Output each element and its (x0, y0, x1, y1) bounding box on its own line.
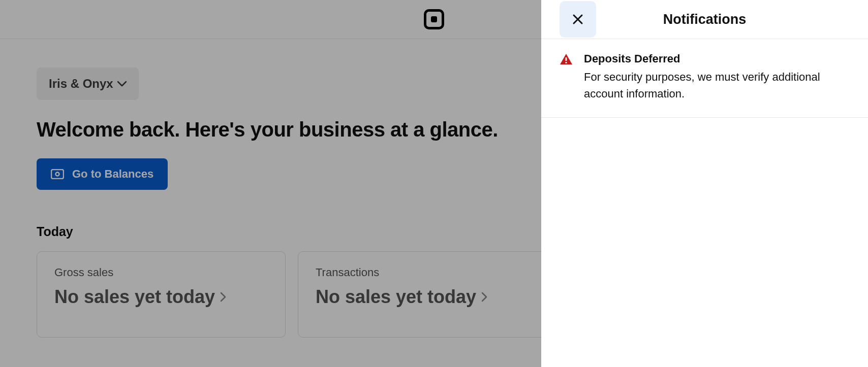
svg-rect-3 (566, 62, 567, 63)
notifications-panel: Notifications Deposits Deferred For secu… (541, 0, 868, 367)
svg-rect-2 (566, 57, 567, 61)
close-icon (572, 13, 584, 25)
notification-item[interactable]: Deposits Deferred For security purposes,… (541, 39, 868, 118)
notifications-header: Notifications (541, 0, 868, 39)
notification-title: Deposits Deferred (584, 52, 850, 65)
alert-icon (560, 52, 573, 102)
close-button[interactable] (560, 1, 596, 38)
notification-body: Deposits Deferred For security purposes,… (584, 52, 850, 102)
notification-text: For security purposes, we must verify ad… (584, 69, 850, 102)
